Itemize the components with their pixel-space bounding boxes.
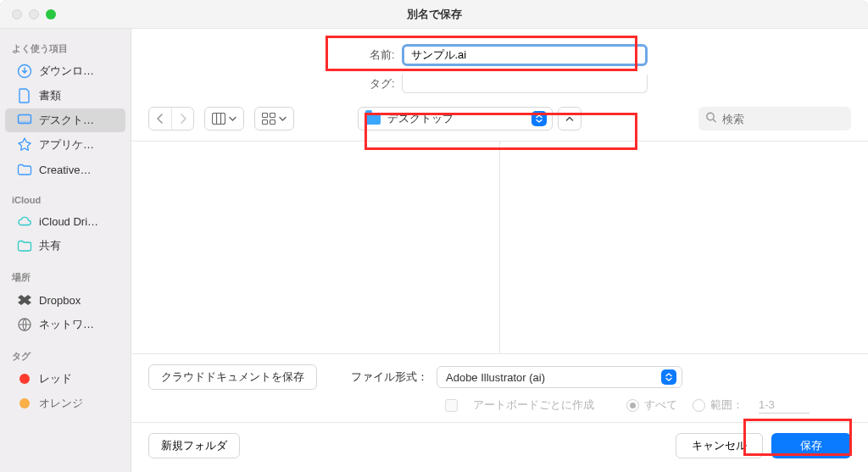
icloud-header: iCloud bbox=[0, 190, 131, 208]
radio-all bbox=[626, 399, 639, 412]
name-row: 名前: bbox=[131, 41, 868, 69]
nav-forward-button[interactable] bbox=[171, 108, 193, 130]
window-title: 別名で保存 bbox=[0, 7, 868, 22]
browser-column bbox=[131, 142, 499, 353]
sidebar-item-label: レッド bbox=[39, 371, 72, 386]
tag-dot-icon bbox=[17, 371, 32, 386]
location-wrap: デスクトップ bbox=[358, 107, 581, 130]
svg-rect-5 bbox=[263, 114, 268, 118]
main-pane: 名前: タグ: bbox=[131, 29, 868, 472]
nav-back-button[interactable] bbox=[149, 108, 171, 130]
save-dialog-window: 別名で保存 よく使う項目 ダウンロ… 書類 デスクト… bbox=[0, 0, 868, 472]
sidebar: よく使う項目 ダウンロ… 書類 デスクト… bbox=[0, 29, 131, 472]
sidebar-item-applications[interactable]: アプリケ… bbox=[5, 133, 125, 157]
options-pane: クラウドドキュメントを保存 ファイル形式： Adobe Illustrator … bbox=[131, 353, 868, 422]
browser-column bbox=[499, 142, 868, 353]
search-input[interactable] bbox=[698, 107, 851, 130]
sidebar-item-downloads[interactable]: ダウンロ… bbox=[5, 59, 125, 83]
radio-range-label: 範囲： bbox=[710, 397, 743, 413]
svg-rect-2 bbox=[19, 121, 31, 124]
radio-range bbox=[693, 399, 705, 412]
format-select[interactable]: Adobe Illustrator (ai) bbox=[437, 366, 682, 388]
download-icon bbox=[17, 64, 32, 79]
folder-icon bbox=[365, 113, 381, 125]
sidebar-item-label: Dropbox bbox=[39, 294, 81, 307]
sidebar-item-label: ダウンロ… bbox=[39, 64, 94, 79]
group-icon bbox=[262, 113, 275, 125]
search-box bbox=[698, 107, 851, 130]
applications-icon bbox=[17, 137, 32, 153]
folder-icon bbox=[17, 162, 32, 177]
tags-row: タグ: bbox=[131, 71, 868, 97]
format-label: ファイル形式： bbox=[351, 369, 428, 385]
svg-rect-8 bbox=[270, 120, 275, 125]
columns-icon bbox=[212, 113, 225, 125]
tags-header: タグ bbox=[0, 345, 131, 366]
sidebar-item-label: アプリケ… bbox=[39, 137, 94, 153]
locations-header: 場所 bbox=[0, 266, 131, 287]
sidebar-item-label: ネットワ… bbox=[39, 317, 94, 332]
favorites-header: よく使う項目 bbox=[0, 37, 131, 58]
chevron-up-icon bbox=[565, 115, 574, 122]
sidebar-item-label: 書類 bbox=[39, 88, 61, 103]
location-select[interactable]: デスクトップ bbox=[358, 107, 553, 130]
sidebar-item-label: デスクト… bbox=[39, 113, 94, 128]
svg-rect-7 bbox=[263, 120, 268, 125]
search-icon bbox=[705, 112, 717, 126]
sidebar-item-dropbox[interactable]: Dropbox bbox=[5, 288, 125, 312]
format-value: Adobe Illustrator (ai) bbox=[446, 371, 545, 384]
titlebar: 別名で保存 bbox=[0, 0, 868, 29]
svg-rect-4 bbox=[213, 114, 225, 125]
network-icon bbox=[17, 317, 32, 332]
dropdown-handle-icon bbox=[661, 369, 676, 385]
cloud-icon bbox=[17, 214, 32, 229]
location-label: デスクトップ bbox=[387, 111, 453, 126]
sidebar-item-creative[interactable]: Creative… bbox=[5, 158, 125, 181]
save-button[interactable]: 保存 bbox=[771, 433, 851, 458]
chevron-down-icon bbox=[279, 116, 287, 122]
dropbox-icon bbox=[17, 292, 32, 308]
sidebar-item-label: Creative… bbox=[39, 164, 91, 176]
per-artboard-checkbox bbox=[445, 399, 458, 412]
filename-input[interactable] bbox=[402, 44, 648, 66]
sidebar-item-shared[interactable]: 共有 bbox=[5, 234, 125, 258]
footer: 新規フォルダ キャンセル 保存 bbox=[131, 422, 868, 472]
sidebar-item-label: 共有 bbox=[39, 238, 61, 253]
radio-all-label: すべて bbox=[644, 397, 677, 413]
document-icon bbox=[17, 88, 32, 103]
dropdown-handle-icon bbox=[531, 111, 547, 126]
nav-buttons bbox=[148, 107, 194, 130]
range-input bbox=[759, 397, 810, 414]
sidebar-item-desktop[interactable]: デスクト… bbox=[5, 108, 125, 132]
sidebar-item-label: オレンジ bbox=[39, 396, 83, 411]
sidebar-item-documents[interactable]: 書類 bbox=[5, 84, 125, 108]
tag-dot-icon bbox=[17, 396, 32, 411]
file-browser[interactable] bbox=[131, 142, 868, 353]
view-mode-button[interactable] bbox=[204, 107, 244, 130]
tags-input[interactable] bbox=[402, 75, 648, 93]
sidebar-tag-red[interactable]: レッド bbox=[5, 367, 125, 391]
cancel-button[interactable]: キャンセル bbox=[676, 433, 763, 458]
shared-folder-icon bbox=[17, 238, 32, 253]
toolbar: デスクトップ bbox=[131, 97, 868, 142]
group-button[interactable] bbox=[254, 107, 294, 130]
chevron-down-icon bbox=[229, 116, 236, 122]
sidebar-item-label: iCloud Dri… bbox=[39, 215, 98, 228]
svg-rect-6 bbox=[270, 114, 275, 118]
save-cloud-button[interactable]: クラウドドキュメントを保存 bbox=[148, 364, 317, 390]
per-artboard-label: アートボードごとに作成 bbox=[473, 397, 594, 413]
tags-label: タグ: bbox=[353, 76, 395, 92]
sidebar-item-icloud-drive[interactable]: iCloud Dri… bbox=[5, 209, 125, 233]
sidebar-tag-orange[interactable]: オレンジ bbox=[5, 391, 125, 415]
sidebar-item-network[interactable]: ネットワ… bbox=[5, 313, 125, 336]
desktop-icon bbox=[17, 113, 32, 128]
new-folder-button[interactable]: 新規フォルダ bbox=[148, 433, 240, 458]
name-label: 名前: bbox=[353, 47, 395, 63]
collapse-button[interactable] bbox=[558, 107, 581, 130]
